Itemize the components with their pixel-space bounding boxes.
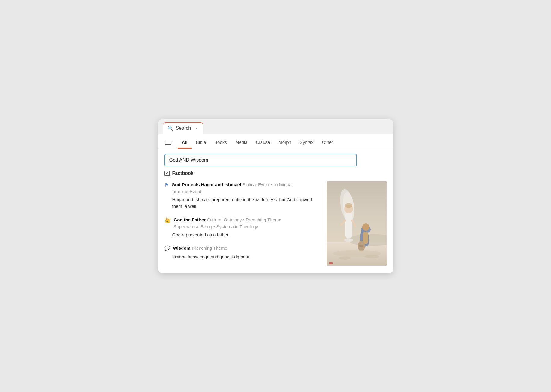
result-1-description: Hagar and Ishmael prepared to die in the… — [164, 196, 321, 210]
result-2-title-meta: Cultural Ontology • Preaching Theme — [207, 217, 281, 222]
result-3-title-bold: Wisdom — [173, 245, 191, 251]
hamburger-line-2 — [165, 143, 171, 143]
result-1-title-meta: Biblical Event • Individual — [242, 182, 292, 187]
result-1-title-block: God Protects Hagar and Ishmael Biblical … — [172, 181, 321, 195]
tab-bar: 🔍 Search × — [158, 119, 393, 134]
nav-tab-syntax[interactable]: Syntax — [295, 137, 318, 149]
search-input-wrapper — [164, 154, 387, 166]
svg-rect-1 — [327, 181, 387, 242]
result-item-3[interactable]: 💬 Wisdom Preaching Theme Insight, knowle… — [164, 245, 321, 260]
result-2-title-line: God the Father Cultural Ontology • Preac… — [174, 217, 321, 223]
crown-icon: 👑 — [164, 217, 171, 223]
svg-point-19 — [364, 255, 379, 258]
nav-tab-other[interactable]: Other — [318, 137, 338, 149]
svg-rect-6 — [345, 211, 352, 239]
svg-rect-16 — [359, 245, 363, 247]
factbook-label: Factbook — [172, 171, 194, 176]
painting-svg — [327, 181, 387, 266]
results-layout: ⚑ God Protects Hagar and Ishmael Biblica… — [164, 181, 387, 267]
nav-tab-books[interactable]: Books — [210, 137, 231, 149]
result-item-1[interactable]: ⚑ God Protects Hagar and Ishmael Biblica… — [164, 181, 321, 210]
nav-tab-bible[interactable]: Bible — [192, 137, 210, 149]
result-1-header: ⚑ God Protects Hagar and Ishmael Biblica… — [164, 181, 321, 195]
speech-bubble-icon: 💬 — [164, 245, 170, 251]
result-3-title-block: Wisdom Preaching Theme — [173, 245, 321, 252]
factbook-row: Factbook — [164, 171, 387, 176]
close-tab-button[interactable]: × — [195, 126, 197, 131]
result-2-title-bold: God the Father — [174, 217, 206, 222]
search-tab[interactable]: 🔍 Search × — [163, 122, 203, 134]
flag-icon: ⚑ — [164, 182, 169, 188]
factbook-checkbox[interactable] — [164, 171, 170, 176]
svg-rect-20 — [329, 262, 333, 264]
result-2-header: 👑 God the Father Cultural Ontology • Pre… — [164, 217, 321, 230]
result-2-title-block: God the Father Cultural Ontology • Preac… — [174, 217, 321, 230]
svg-point-11 — [344, 238, 353, 242]
svg-point-8 — [345, 203, 352, 208]
nav-tabs: All Bible Books Media Clause Morph Synta… — [178, 137, 338, 149]
result-1-title-line: God Protects Hagar and Ishmael Biblical … — [172, 181, 321, 188]
nav-bar: All Bible Books Media Clause Morph Synta… — [158, 134, 393, 149]
result-image — [327, 181, 387, 266]
result-3-title-line: Wisdom Preaching Theme — [173, 245, 321, 251]
result-1-title-bold: God Protects Hagar and Ishmael — [172, 182, 241, 187]
nav-tab-all[interactable]: All — [178, 137, 192, 149]
result-2-description: God represented as a father. — [164, 232, 321, 239]
nav-tab-clause[interactable]: Clause — [252, 137, 274, 149]
result-3-title-meta: Preaching Theme — [192, 245, 227, 251]
hamburger-menu-button[interactable] — [163, 140, 173, 146]
nav-tab-morph[interactable]: Morph — [274, 137, 295, 149]
svg-point-14 — [362, 223, 369, 231]
result-3-header: 💬 Wisdom Preaching Theme — [164, 245, 321, 252]
nav-tab-media[interactable]: Media — [231, 137, 252, 149]
result-1-subtitle: Timeline Event — [172, 188, 321, 195]
search-tab-icon: 🔍 — [167, 126, 173, 131]
result-item-2[interactable]: 👑 God the Father Cultural Ontology • Pre… — [164, 217, 321, 239]
hamburger-line-1 — [165, 141, 171, 141]
result-3-description: Insight, knowledge and good judgment. — [164, 254, 321, 260]
result-2-subtitle: Supernatural Being • Systematic Theology — [174, 223, 321, 230]
search-tab-label: Search — [176, 126, 191, 131]
svg-point-18 — [339, 257, 351, 260]
content-area: Factbook ⚑ God Protects Hagar and Ishmae… — [158, 149, 393, 273]
main-window: 🔍 Search × All Bible Books Media Clause … — [158, 119, 393, 273]
search-input[interactable] — [164, 154, 357, 166]
results-list: ⚑ God Protects Hagar and Ishmael Biblica… — [164, 181, 321, 267]
hamburger-line-3 — [165, 144, 171, 145]
